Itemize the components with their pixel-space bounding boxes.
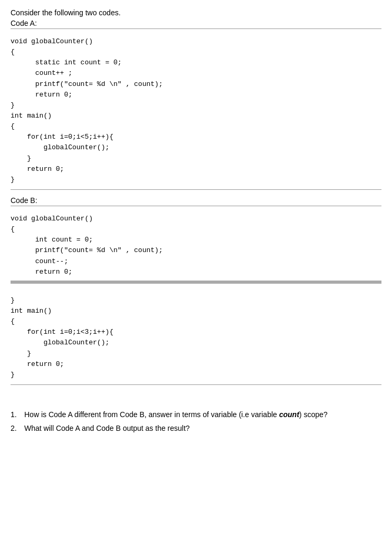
code-a-block: void globalCounter() { static int count … <box>11 33 381 188</box>
q2-text: What will Code A and Code B output as th… <box>24 424 190 432</box>
intro-text: Consider the following two codes. <box>11 8 381 17</box>
code-b-continued-block: } int main() { for(int i=0;i<3;i++){ glo… <box>11 292 381 383</box>
code-a-label: Code A: <box>11 19 381 27</box>
divider-a-top <box>11 28 381 29</box>
q1-bold-text: count <box>279 410 299 419</box>
q2-number: 2. <box>11 424 21 432</box>
intro-section: Consider the following two codes. Code A… <box>11 8 381 190</box>
code-b-label: Code B: <box>11 196 381 205</box>
page-container: Consider the following two codes. Code A… <box>11 8 381 432</box>
code-b-section: Code B: void globalCounter() { int count… <box>11 196 381 281</box>
question-2: 2. What will Code A and Code B output as… <box>11 424 381 432</box>
q1-text-after: ) scope? <box>299 410 328 419</box>
questions-section: 1. How is Code A different from Code B, … <box>11 406 381 432</box>
code-b-block: void globalCounter() { int count = 0; pr… <box>11 210 381 281</box>
divider-b-bottom <box>11 384 381 385</box>
divider-a-bottom <box>11 189 381 190</box>
question-1: 1. How is Code A different from Code B, … <box>11 410 381 419</box>
q1-text-before: How is Code A different from Code B, ans… <box>24 410 279 419</box>
q1-number: 1. <box>11 410 21 419</box>
divider-b-top <box>11 206 381 206</box>
code-b-continued-section: } int main() { for(int i=0;i<3;i++){ glo… <box>11 284 381 393</box>
q1-text: How is Code A different from Code B, ans… <box>24 410 328 419</box>
